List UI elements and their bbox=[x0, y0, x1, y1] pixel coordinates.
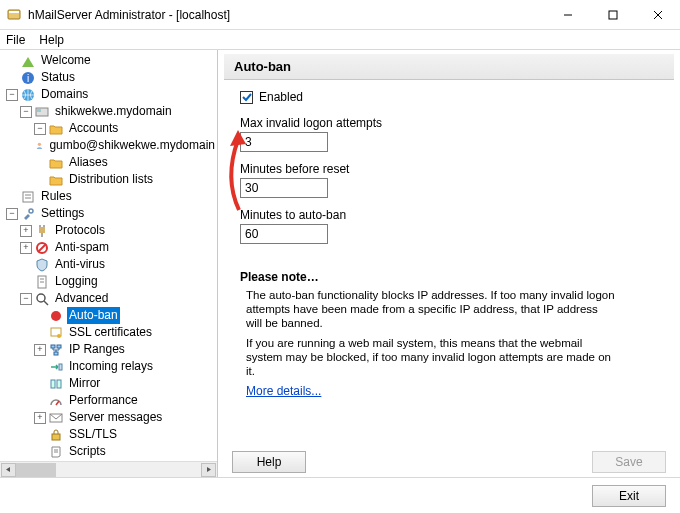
info-icon: i bbox=[20, 70, 36, 86]
tree-domains[interactable]: − Domains bbox=[2, 86, 217, 103]
content-pane: Auto-ban Enabled Max invalid logon attem… bbox=[218, 50, 680, 477]
window-title: hMailServer Administrator - [localhost] bbox=[28, 8, 230, 22]
svg-rect-34 bbox=[59, 364, 62, 370]
tree-scripts[interactable]: Scripts bbox=[2, 443, 217, 460]
collapse-icon[interactable]: − bbox=[6, 89, 18, 101]
svg-rect-11 bbox=[37, 109, 41, 112]
tree-advanced[interactable]: − Advanced bbox=[2, 290, 217, 307]
folder-icon bbox=[48, 155, 64, 171]
tree-rules[interactable]: Rules bbox=[2, 188, 217, 205]
save-button[interactable]: Save bbox=[592, 451, 666, 473]
svg-rect-33 bbox=[54, 352, 58, 355]
tree-antispam[interactable]: + Anti-spam bbox=[2, 239, 217, 256]
cert-icon bbox=[48, 325, 64, 341]
close-button[interactable] bbox=[635, 0, 680, 30]
maximize-button[interactable] bbox=[590, 0, 635, 30]
note-title: Please note… bbox=[240, 270, 616, 284]
exit-button[interactable]: Exit bbox=[592, 485, 666, 507]
tree-pane: Welcome i Status − Domains − shikwekwe.m… bbox=[0, 50, 218, 477]
title-bar: hMailServer Administrator - [localhost] bbox=[0, 0, 680, 30]
more-details-link[interactable]: More details... bbox=[246, 384, 321, 398]
tree-status[interactable]: i Status bbox=[2, 69, 217, 86]
tree-increlays[interactable]: Incoming relays bbox=[2, 358, 217, 375]
scroll-right-button[interactable] bbox=[201, 463, 216, 477]
mirror-icon bbox=[48, 376, 64, 392]
max-attempts-input[interactable] bbox=[240, 132, 328, 152]
tree-ssltls[interactable]: SSL/TLS bbox=[2, 426, 217, 443]
user-icon bbox=[35, 138, 44, 154]
svg-line-37 bbox=[56, 401, 59, 405]
svg-point-28 bbox=[51, 311, 61, 321]
tree-domain-item[interactable]: − shikwekwe.mydomain bbox=[2, 103, 217, 120]
script-icon bbox=[48, 444, 64, 460]
lock-icon bbox=[48, 427, 64, 443]
card-icon bbox=[34, 104, 50, 120]
tree-ipranges[interactable]: + IP Ranges bbox=[2, 341, 217, 358]
scroll-thumb[interactable] bbox=[16, 463, 56, 477]
svg-marker-51 bbox=[207, 467, 211, 472]
tree-protocols[interactable]: + Protocols bbox=[2, 222, 217, 239]
tree-aliases[interactable]: Aliases bbox=[2, 154, 217, 171]
nav-tree[interactable]: Welcome i Status − Domains − shikwekwe.m… bbox=[0, 50, 217, 461]
enabled-checkbox[interactable] bbox=[240, 91, 253, 104]
svg-line-27 bbox=[44, 301, 48, 305]
svg-marker-50 bbox=[6, 467, 10, 472]
svg-rect-32 bbox=[57, 345, 61, 348]
max-attempts-label: Max invalid logon attempts bbox=[240, 116, 680, 130]
rules-icon bbox=[20, 189, 36, 205]
tree-sslcerts[interactable]: SSL certificates bbox=[2, 324, 217, 341]
tree-servermsg[interactable]: + Server messages bbox=[2, 409, 217, 426]
note-area: Please note… The auto-ban functionality … bbox=[218, 254, 638, 398]
scroll-left-button[interactable] bbox=[1, 463, 16, 477]
svg-text:i: i bbox=[27, 73, 29, 84]
svg-point-12 bbox=[38, 143, 41, 146]
network-icon bbox=[48, 342, 64, 358]
horizontal-scrollbar[interactable] bbox=[0, 461, 217, 477]
svg-line-22 bbox=[38, 244, 46, 252]
tree-mirror[interactable]: Mirror bbox=[2, 375, 217, 392]
tree-logging[interactable]: Logging bbox=[2, 273, 217, 290]
globe-icon bbox=[20, 87, 36, 103]
relay-icon bbox=[48, 359, 64, 375]
svg-rect-17 bbox=[39, 227, 45, 233]
tree-performance[interactable]: Performance bbox=[2, 392, 217, 409]
svg-rect-1 bbox=[9, 11, 19, 13]
reset-minutes-label: Minutes before reset bbox=[240, 162, 680, 176]
tree-settings[interactable]: − Settings bbox=[2, 205, 217, 222]
svg-point-30 bbox=[57, 334, 61, 338]
svg-rect-36 bbox=[57, 380, 61, 388]
tree-antivirus[interactable]: Anti-virus bbox=[2, 256, 217, 273]
svg-rect-35 bbox=[51, 380, 55, 388]
tree-user[interactable]: gumbo@shikwekwe.mydomain bbox=[2, 137, 217, 154]
folder-icon bbox=[48, 121, 64, 137]
note-paragraph-2: If you are running a web mail system, th… bbox=[246, 336, 616, 378]
svg-rect-13 bbox=[23, 192, 33, 202]
reset-minutes-input[interactable] bbox=[240, 178, 328, 198]
shield-icon bbox=[34, 257, 50, 273]
tree-welcome[interactable]: Welcome bbox=[2, 52, 217, 69]
bottom-bar: Exit bbox=[0, 477, 680, 513]
doc-icon bbox=[34, 274, 50, 290]
tree-autoban[interactable]: Auto-ban bbox=[2, 307, 217, 324]
svg-marker-6 bbox=[22, 57, 34, 67]
section-header: Auto-ban bbox=[224, 54, 674, 80]
app-icon bbox=[6, 7, 22, 23]
tree-accounts[interactable]: − Accounts bbox=[2, 120, 217, 137]
tree-distlists[interactable]: Distribution lists bbox=[2, 171, 217, 188]
minimize-button[interactable] bbox=[545, 0, 590, 30]
mail-icon bbox=[48, 410, 64, 426]
menu-file[interactable]: File bbox=[6, 33, 25, 47]
svg-rect-39 bbox=[52, 434, 60, 440]
menu-help[interactable]: Help bbox=[39, 33, 64, 47]
stop-icon bbox=[48, 308, 64, 324]
help-button[interactable]: Help bbox=[232, 451, 306, 473]
menu-bar: File Help bbox=[0, 30, 680, 50]
svg-rect-31 bbox=[51, 345, 55, 348]
plug-icon bbox=[34, 223, 50, 239]
svg-point-16 bbox=[29, 209, 33, 213]
magnifier-icon bbox=[34, 291, 50, 307]
folder-icon bbox=[48, 172, 64, 188]
ban-minutes-input[interactable] bbox=[240, 224, 328, 244]
no-icon bbox=[34, 240, 50, 256]
tools-icon bbox=[20, 206, 36, 222]
